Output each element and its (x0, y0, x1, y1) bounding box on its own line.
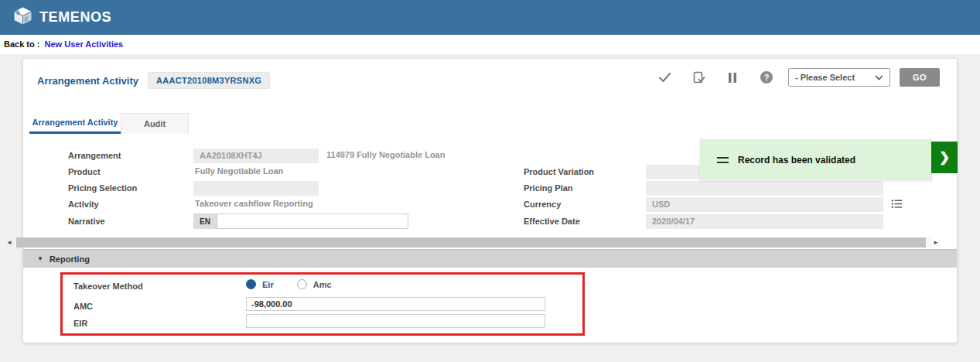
amc-input[interactable] (246, 297, 545, 311)
pricing-plan-field (646, 181, 883, 196)
eir-label: EIR (73, 319, 87, 328)
narrative-label: Narrative (68, 217, 105, 226)
currency-field: USD (646, 197, 883, 212)
pricing-selection-label: Pricing Selection (68, 183, 137, 193)
go-button[interactable]: GO (900, 68, 940, 87)
breadcrumb: Back to : New User Activities (4, 39, 123, 49)
toast-message-icon (717, 157, 729, 163)
radio-eir[interactable] (246, 279, 256, 289)
help-icon[interactable]: ? (759, 70, 774, 85)
scroll-right-arrow-icon[interactable]: ► (930, 239, 941, 246)
validation-toast: Record has been validated (700, 139, 932, 180)
scroll-left-arrow-icon[interactable]: ◄ (4, 239, 15, 246)
pricing-plan-label: Pricing Plan (524, 183, 573, 193)
currency-lookup-list-icon[interactable] (891, 198, 903, 212)
product-value: Fully Negotiable Loan (195, 166, 283, 176)
record-toolbar: ? - Please Select GO (638, 68, 940, 87)
product-variation-label: Product Variation (524, 167, 594, 176)
action-select-dropdown[interactable]: - Please Select (788, 68, 890, 87)
amc-label: AMC (73, 302, 93, 311)
record-title-row: Arrangement Activity AAACT20108M3YRSNXG (37, 72, 270, 89)
effective-date-label: Effective Date (524, 217, 580, 226)
takeover-method-radio-group: Eir Amc (246, 279, 332, 289)
radio-amc-label: Amc (313, 280, 332, 289)
tab-audit[interactable]: Audit (121, 113, 189, 134)
activity-label: Activity (68, 200, 99, 209)
currency-label: Currency (524, 200, 561, 209)
takeover-method-label: Takeover Method (73, 282, 143, 291)
back-to-label: Back to : (4, 39, 39, 49)
app-header: TEMENOS (0, 0, 980, 35)
product-label: Product (68, 167, 101, 176)
section-collapse-caret-icon: ▼ (37, 255, 43, 262)
horizontal-scrollbar: ◄ ► (4, 237, 941, 248)
narrative-input[interactable] (217, 213, 408, 229)
hold-pause-icon[interactable] (725, 70, 740, 85)
reporting-section-header[interactable]: ▼ Reporting (23, 249, 957, 268)
scrollbar-track[interactable] (15, 237, 930, 248)
reporting-section-title: Reporting (50, 254, 90, 264)
brand-name: TEMENOS (39, 9, 111, 26)
commit-check-icon[interactable] (657, 70, 672, 85)
temenos-logo: TEMENOS (12, 6, 111, 29)
radio-amc[interactable] (297, 279, 307, 289)
record-id-badge: AAACT20108M3YRSNXG (148, 72, 270, 89)
arrangement-field: AA20108XHT4J (193, 149, 319, 163)
page-title: Arrangement Activity (37, 75, 138, 87)
arrangement-activity-panel: Arrangement Activity AAACT20108M3YRSNXG … (23, 59, 957, 343)
back-link-new-user-activities[interactable]: New User Activities (45, 39, 124, 49)
toast-message: Record has been validated (738, 155, 855, 166)
pricing-selection-field (193, 181, 319, 196)
arrangement-label: Arrangement (68, 151, 121, 160)
chevron-down-icon (875, 73, 883, 82)
arrangement-enrichment: 114979 Fully Negotiable Loan (326, 150, 445, 159)
narrative-language-badge: EN (193, 213, 217, 229)
validate-document-icon[interactable] (691, 70, 706, 85)
effective-date-field: 2020/04/17 (646, 214, 883, 229)
eir-input[interactable] (246, 314, 545, 328)
activity-value: Takeover cashflow Reporting (195, 199, 313, 208)
next-record-button[interactable]: ❯ (931, 142, 958, 173)
scrollbar-thumb[interactable] (16, 237, 926, 248)
tab-arrangement-activity[interactable]: Arrangement Activity (29, 113, 121, 134)
radio-eir-label: Eir (262, 280, 274, 289)
tab-bar: Arrangement Activity Audit (29, 113, 189, 134)
action-select-value: - Please Select (795, 73, 855, 82)
temenos-cube-icon (12, 6, 33, 29)
